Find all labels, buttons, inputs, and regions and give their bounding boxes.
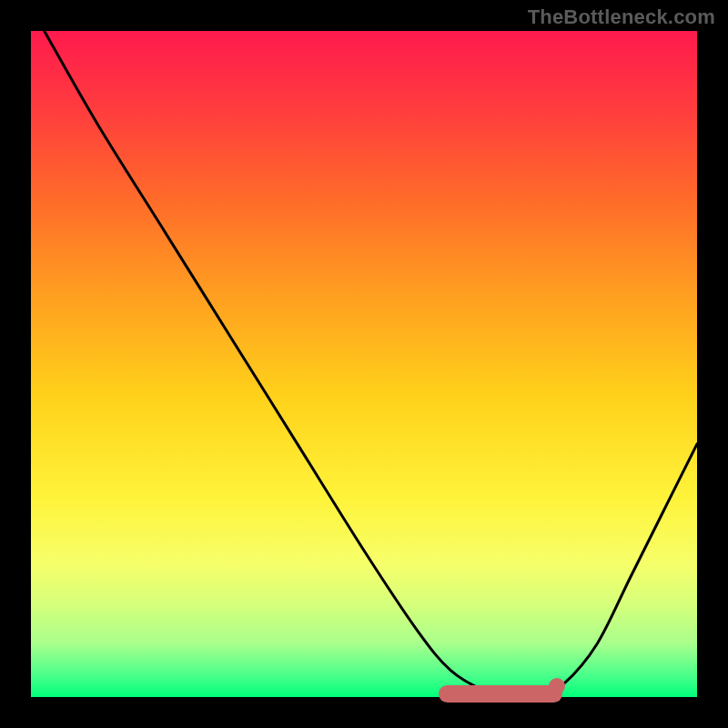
- bottleneck-curve: [45, 31, 697, 698]
- chart-frame: TheBottleneck.com: [0, 0, 728, 728]
- highlight-dot: [549, 678, 565, 694]
- highlight-bar: [439, 685, 562, 703]
- curve-layer: [31, 31, 697, 697]
- watermark-text: TheBottleneck.com: [528, 5, 715, 29]
